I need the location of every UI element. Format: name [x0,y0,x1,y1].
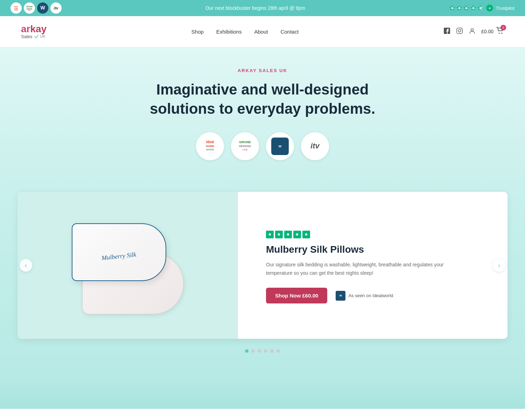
carousel-product-image: Mulberry Silk [18,192,238,339]
cart-button[interactable]: £0.00 0 [481,27,504,36]
svg-text:itv: itv [54,6,59,10]
svg-text:✦: ✦ [488,6,491,10]
svg-text:HOME: HOME [206,145,215,148]
carousel-wrapper: ‹ Mulberry Silk ★ ★ ★ [18,192,507,339]
ideal-home-logo: ideal HOME SHOW [199,135,221,157]
svg-text:DESIGNS: DESIGNS [27,8,32,10]
carousel-section: ‹ Mulberry Silk ★ ★ ★ [0,192,525,374]
svg-point-19 [501,33,502,34]
partner-logos: ideal HOME SHOW GRAND DESIGNS LIVE W itv [14,132,511,160]
svg-text:GRAND: GRAND [26,6,33,8]
nav-icons-group: £0.00 0 [443,27,504,36]
svg-text:SHOW: SHOW [206,148,214,151]
top-logo-itv: itv [50,2,62,14]
svg-text:SHOW: SHOW [14,9,18,11]
idealworld-logo: W [271,138,289,155]
product-description: Our signature silk bedding is washable, … [266,261,448,278]
hero-section: ARKAY SALES UK Imaginative and well-desi… [0,47,525,192]
carousel-dot-4[interactable] [264,349,267,353]
nav-shop[interactable]: Shop [191,29,204,35]
svg-text:GRAND: GRAND [239,140,251,144]
svg-text:ideal: ideal [206,140,214,144]
svg-text:W: W [40,5,45,10]
svg-text:ideal: ideal [14,6,18,8]
product-rating-stars: ★ ★ ★ ★ ★ [266,231,486,238]
seen-on-badge-icon: W [336,291,345,301]
instagram-icon[interactable] [456,27,463,36]
product-star-5: ★ [302,231,310,238]
top-logos: ideal HOME SHOW GRAND DESIGNS LIVE W itv [10,2,62,14]
itv-logo: itv [307,141,323,152]
header: arkay Sales UK Shop Exhibitions About Co… [0,16,525,47]
svg-point-17 [471,28,473,31]
nav-about[interactable]: About [254,29,268,35]
svg-point-18 [498,33,499,34]
star-2: ★ [456,5,462,11]
seen-on-text: As seen on Idealworld [348,293,393,298]
carousel-dot-1[interactable] [245,349,248,353]
star-3: ★ [463,5,469,11]
partner-idealworld[interactable]: W [266,132,294,160]
product-star-3: ★ [284,231,292,238]
top-logo-ideal: ideal HOME SHOW [10,2,22,14]
main-nav: Shop Exhibitions About Contact [191,29,299,35]
announcement-text: Our next blockbuster begins 28th april @… [62,5,449,11]
product-cta-row: Shop Now £60.00 W As seen on Idealworld [266,288,486,303]
partner-grand-designs[interactable]: GRAND DESIGNS LIVE [231,132,259,160]
account-icon[interactable] [469,27,476,36]
svg-text:DESIGNS: DESIGNS [239,145,251,148]
svg-rect-14 [457,28,462,34]
trustpilot-icon: ✦ [486,5,493,12]
trustpilot-area: ★ ★ ★ ★ ★ ✦ Trustpilot [449,5,514,12]
cart-count-badge: 0 [500,25,506,30]
carousel-dot-5[interactable] [270,349,274,353]
trustpilot-label: Trustpilot [496,6,514,11]
hero-eyebrow: ARKAY SALES UK [14,68,511,73]
seen-on-label: W As seen on Idealworld [336,291,393,301]
svg-text:LIVE: LIVE [242,148,248,151]
star-4: ★ [470,5,476,11]
logo-text: arkay [21,24,47,34]
carousel-dot-6[interactable] [276,349,280,353]
cart-price: £0.00 [481,29,493,34]
partner-ideal-home[interactable]: ideal HOME SHOW [196,132,224,160]
star-1: ★ [449,5,455,11]
star-5: ★ [477,5,483,11]
top-logo-grand: GRAND DESIGNS LIVE [24,2,35,14]
shop-now-button[interactable]: Shop Now £60.00 [266,288,327,303]
carousel-dot-3[interactable] [258,349,261,353]
svg-text:itv: itv [310,141,320,150]
carousel-prev-button[interactable]: ‹ [20,259,32,272]
top-logo-idealworld: W [37,2,48,14]
product-star-2: ★ [275,231,283,238]
svg-text:LIVE: LIVE [28,10,31,11]
announcement-bar: ideal HOME SHOW GRAND DESIGNS LIVE W itv [0,0,525,16]
site-logo[interactable]: arkay Sales UK [21,24,47,39]
logo-checkmark-icon [34,34,39,39]
svg-point-16 [461,29,461,29]
bottom-background [0,374,525,409]
carousel-next-button[interactable]: › [493,259,505,272]
pillow-label: Mulberry Silk [101,251,136,262]
trustpilot-stars: ★ ★ ★ ★ ★ [449,5,483,11]
facebook-icon[interactable] [443,27,450,36]
partner-itv[interactable]: itv [301,132,329,160]
pillow-front: Mulberry Silk [72,223,166,281]
pillow-visual: Mulberry Silk [72,216,184,314]
product-title: Mulberry Silk Pillows [266,244,486,255]
product-star-4: ★ [293,231,301,238]
carousel-dots [18,349,507,353]
nav-exhibitions[interactable]: Exhibitions [216,29,242,35]
carousel-dot-2[interactable] [251,349,255,353]
product-star-1: ★ [266,231,274,238]
carousel-product-info: ★ ★ ★ ★ ★ Mulberry Silk Pillows Our sign… [238,192,507,339]
grand-designs-logo: GRAND DESIGNS LIVE [234,135,256,157]
logo-subtitle: Sales UK [21,34,47,39]
hero-headline: Imaginative and well-designed solutions … [122,80,402,118]
carousel-container: Mulberry Silk ★ ★ ★ ★ ★ Mulberry Silk Pi… [18,192,507,339]
svg-point-15 [458,29,461,32]
nav-contact[interactable]: Contact [281,29,299,35]
cart-icon: 0 [496,27,504,36]
